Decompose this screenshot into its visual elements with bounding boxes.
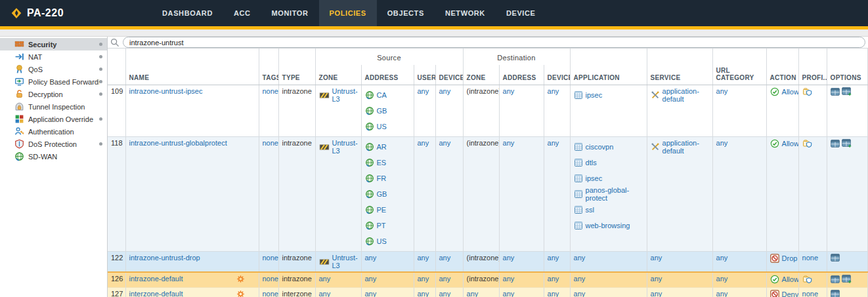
col-profile[interactable]: PROFI... bbox=[798, 65, 827, 85]
log-settings-icon[interactable] bbox=[831, 275, 840, 283]
profile-value[interactable]: none bbox=[802, 290, 818, 297]
source-device-value[interactable]: any bbox=[439, 275, 451, 283]
application-value[interactable]: ipsec bbox=[586, 174, 603, 182]
source-zone-value[interactable]: any bbox=[319, 290, 331, 297]
default-rule-gear-icon[interactable] bbox=[236, 290, 245, 297]
col-application[interactable]: APPLICATION bbox=[570, 65, 647, 85]
col-action[interactable]: ACTION bbox=[766, 65, 798, 85]
col-source-zone[interactable]: ZONE bbox=[315, 65, 361, 85]
log-settings-icon[interactable] bbox=[831, 254, 840, 262]
profile-group-icon[interactable] bbox=[802, 139, 812, 148]
source-address-value[interactable]: GB bbox=[377, 190, 387, 198]
url-category-value[interactable]: any bbox=[716, 275, 728, 283]
source-device-value[interactable]: any bbox=[439, 139, 451, 147]
user-value[interactable]: any bbox=[418, 275, 429, 283]
table-row[interactable]: 118 intrazone-untrust-globalprotect none… bbox=[108, 137, 867, 252]
tab-acc[interactable]: ACC bbox=[223, 0, 261, 26]
source-address-value[interactable]: any bbox=[365, 275, 377, 283]
dest-address-value[interactable]: any bbox=[503, 254, 515, 262]
application-value[interactable]: any bbox=[574, 290, 586, 297]
col-dest-device[interactable]: DEVICE bbox=[544, 65, 570, 85]
default-rule-gear-icon[interactable] bbox=[236, 275, 245, 283]
service-value[interactable]: application-default bbox=[662, 87, 709, 103]
sidebar-item-tunnel-inspection[interactable]: Tunnel Inspection bbox=[0, 100, 107, 113]
application-value[interactable]: web-browsing bbox=[586, 222, 630, 229]
source-address-value[interactable]: any bbox=[365, 290, 377, 297]
user-value[interactable]: any bbox=[418, 290, 429, 297]
application-value[interactable]: ciscovpn bbox=[586, 143, 614, 151]
rule-name-link[interactable]: interzone-default bbox=[129, 290, 183, 297]
source-address-value[interactable]: CA bbox=[377, 91, 387, 99]
log-settings-icon[interactable] bbox=[831, 140, 840, 148]
source-address-value[interactable]: US bbox=[377, 237, 387, 245]
source-zone-value[interactable]: any bbox=[319, 275, 331, 283]
application-value[interactable]: ipsec bbox=[586, 91, 603, 99]
col-dest-zone[interactable]: ZONE bbox=[463, 65, 499, 85]
source-zone-value[interactable]: Untrust-L3 bbox=[332, 139, 358, 155]
application-value[interactable]: ssl bbox=[586, 206, 594, 214]
action-value[interactable]: Allow bbox=[782, 88, 799, 96]
rule-name-link[interactable]: intrazone-untrust-drop bbox=[129, 254, 200, 262]
sidebar-item-application-override[interactable]: Application Override bbox=[0, 113, 107, 125]
application-value[interactable]: dtls bbox=[586, 159, 597, 167]
source-device-value[interactable]: any bbox=[439, 290, 451, 297]
tab-network[interactable]: NETWORK bbox=[435, 0, 496, 26]
tags-value[interactable]: none bbox=[263, 290, 278, 297]
sidebar-item-sd-wan[interactable]: SD-WAN bbox=[0, 150, 107, 163]
source-address-value[interactable]: PE bbox=[377, 206, 387, 214]
col-service[interactable]: SERVICE bbox=[647, 65, 712, 85]
col-type[interactable]: TYPE bbox=[278, 65, 315, 85]
dest-address-value[interactable]: any bbox=[503, 290, 515, 297]
service-value[interactable]: any bbox=[651, 254, 662, 262]
table-row-selected[interactable]: 122 intrazone-untrust-drop none intrazon… bbox=[108, 252, 867, 273]
col-tags[interactable]: TAGS bbox=[259, 65, 278, 85]
tags-value[interactable]: none bbox=[263, 139, 278, 147]
source-address-value[interactable]: AR bbox=[377, 143, 387, 151]
dest-device-value[interactable]: any bbox=[548, 290, 559, 297]
dest-device-value[interactable]: any bbox=[548, 139, 559, 147]
rule-name-link[interactable]: intrazone-untrust-globalprotect bbox=[129, 139, 227, 147]
col-source-address[interactable]: ADDRESS bbox=[361, 65, 414, 85]
source-device-value[interactable]: any bbox=[439, 254, 451, 262]
dest-device-value[interactable]: any bbox=[548, 87, 559, 95]
dest-device-value[interactable]: any bbox=[548, 275, 559, 283]
action-value[interactable]: Drop bbox=[782, 254, 798, 262]
col-user[interactable]: USER bbox=[414, 65, 435, 85]
sidebar-item-decryption[interactable]: Decryption bbox=[0, 88, 107, 100]
log-forwarding-icon[interactable] bbox=[842, 139, 852, 148]
source-address-value[interactable]: PT bbox=[377, 222, 386, 229]
application-value[interactable]: any bbox=[574, 254, 586, 262]
dest-address-value[interactable]: any bbox=[503, 87, 515, 95]
sidebar-item-policy-based-forwarding[interactable]: Policy Based Forwarding bbox=[0, 75, 107, 88]
url-category-value[interactable]: any bbox=[716, 87, 728, 95]
url-category-value[interactable]: any bbox=[716, 290, 728, 297]
user-value[interactable]: any bbox=[418, 254, 429, 262]
source-device-value[interactable]: any bbox=[439, 87, 451, 95]
source-address-value[interactable]: FR bbox=[377, 174, 387, 182]
rule-name-link[interactable]: intrazone-untrust-ipsec bbox=[129, 87, 203, 95]
service-value[interactable]: any bbox=[651, 290, 662, 297]
dest-address-value[interactable]: any bbox=[503, 139, 515, 147]
user-value[interactable]: any bbox=[418, 139, 429, 147]
col-dest-address[interactable]: ADDRESS bbox=[499, 65, 544, 85]
log-forwarding-icon[interactable] bbox=[842, 87, 852, 96]
sidebar-item-nat[interactable]: NAT bbox=[0, 50, 107, 63]
tab-dashboard[interactable]: DASHBOARD bbox=[152, 0, 223, 26]
log-settings-icon[interactable] bbox=[831, 290, 840, 297]
tab-device[interactable]: DEVICE bbox=[496, 0, 546, 26]
dest-address-value[interactable]: any bbox=[503, 275, 515, 283]
source-address-value[interactable]: any bbox=[365, 254, 377, 262]
user-value[interactable]: any bbox=[418, 87, 429, 95]
sidebar-item-security[interactable]: Security bbox=[0, 38, 107, 50]
url-category-value[interactable]: any bbox=[716, 254, 728, 262]
tags-value[interactable]: none bbox=[263, 87, 278, 95]
action-value[interactable]: Deny bbox=[782, 290, 799, 297]
rule-name-link[interactable]: intrazone-default bbox=[129, 275, 183, 283]
table-row[interactable]: 109 intrazone-untrust-ipsec none intrazo… bbox=[108, 85, 867, 137]
application-value[interactable]: any bbox=[574, 275, 586, 283]
search-input[interactable] bbox=[123, 37, 865, 48]
tab-monitor[interactable]: MONITOR bbox=[261, 0, 319, 26]
source-address-value[interactable]: US bbox=[377, 123, 387, 130]
log-forwarding-icon[interactable] bbox=[842, 275, 852, 283]
sidebar-item-authentication[interactable]: Authentication bbox=[0, 125, 107, 138]
